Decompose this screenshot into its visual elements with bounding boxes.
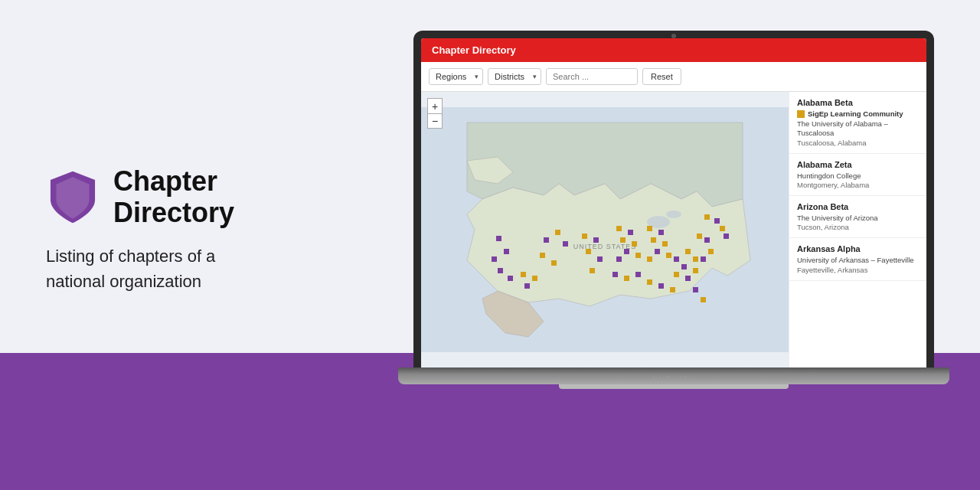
laptop-wrapper: Chapter Directory Regions Districts xyxy=(398,31,949,444)
chapter-school-3: University of Arkansas – Fayetteville xyxy=(797,256,919,265)
chapter-name-3: Arkansas Alpha xyxy=(797,244,919,253)
chapters-sidebar: Alabama Beta SigEp Learning Community Th… xyxy=(789,92,926,368)
chapter-item-3[interactable]: Arkansas Alpha University of Arkansas – … xyxy=(789,238,926,280)
svg-rect-32 xyxy=(662,241,668,247)
subtitle-text: Listing of chapters of a national organi… xyxy=(46,243,260,294)
svg-rect-17 xyxy=(582,234,587,239)
svg-rect-57 xyxy=(658,283,664,289)
svg-rect-26 xyxy=(624,249,629,254)
svg-rect-11 xyxy=(524,283,530,289)
macbook-label: MacBookPro xyxy=(652,374,695,381)
svg-rect-42 xyxy=(681,264,687,270)
laptop-screen-inner: Chapter Directory Regions Districts xyxy=(421,38,926,368)
svg-point-2 xyxy=(666,211,681,218)
svg-rect-39 xyxy=(674,256,679,262)
districts-select[interactable]: Districts xyxy=(488,68,541,85)
svg-rect-12 xyxy=(544,237,549,243)
map-svg: UNITED STATES xyxy=(421,92,789,368)
svg-rect-31 xyxy=(651,237,656,243)
svg-rect-16 xyxy=(551,260,557,266)
chapter-school-2: The University of Arizona xyxy=(797,214,919,223)
chapter-name-2: Arizona Beta xyxy=(797,202,919,211)
chapter-name-1: Alabama Zeta xyxy=(797,160,919,169)
svg-rect-35 xyxy=(647,256,652,262)
svg-rect-25 xyxy=(632,241,637,247)
chapter-location-1: Montgomery, Alabama xyxy=(797,181,919,189)
chapter-item-2[interactable]: Arizona Beta The University of Arizona T… xyxy=(789,196,926,238)
chapter-badge-0: SigEp Learning Community xyxy=(797,109,919,118)
main-title: Chapter Directory xyxy=(113,165,234,229)
svg-rect-44 xyxy=(674,272,679,277)
app-header: Chapter Directory xyxy=(421,38,926,62)
map-area: + − xyxy=(421,92,789,368)
svg-rect-34 xyxy=(666,253,671,258)
zoom-out-button[interactable]: − xyxy=(427,113,443,129)
app-header-title: Chapter Directory xyxy=(432,44,516,56)
app-body: + − xyxy=(421,92,926,368)
svg-rect-8 xyxy=(508,276,513,281)
svg-rect-46 xyxy=(697,234,702,239)
svg-rect-9 xyxy=(521,272,526,277)
svg-rect-21 xyxy=(590,268,595,273)
svg-rect-19 xyxy=(586,249,591,254)
regions-select[interactable]: Regions xyxy=(429,68,483,85)
app-title-block: Chapter Directory xyxy=(113,165,234,229)
svg-rect-13 xyxy=(540,253,545,258)
chapter-item-0[interactable]: Alabama Beta SigEp Learning Community Th… xyxy=(789,92,926,154)
svg-rect-30 xyxy=(658,230,664,235)
svg-rect-43 xyxy=(693,268,698,273)
svg-rect-22 xyxy=(616,226,622,231)
badge-text-0: SigEp Learning Community xyxy=(808,109,903,118)
svg-rect-58 xyxy=(670,287,675,292)
svg-rect-33 xyxy=(655,249,660,254)
app-container: Chapter Directory Regions Districts xyxy=(421,38,926,368)
svg-rect-18 xyxy=(593,237,599,243)
zoom-in-button[interactable]: + xyxy=(427,98,443,113)
regions-select-wrapper[interactable]: Regions xyxy=(429,68,483,85)
svg-rect-37 xyxy=(624,276,629,281)
svg-rect-48 xyxy=(708,249,714,254)
svg-rect-38 xyxy=(635,272,641,277)
left-panel: Chapter Directory Listing of chapters of… xyxy=(46,165,260,295)
chapter-location-0: Tuscaloosa, Alabama xyxy=(797,139,919,147)
shield-icon xyxy=(46,168,100,226)
badge-dot-0 xyxy=(797,110,805,118)
svg-rect-51 xyxy=(714,218,720,224)
svg-rect-41 xyxy=(693,256,698,262)
app-toolbar: Regions Districts Reset xyxy=(421,62,926,92)
chapter-school-0: The University of Alabama – Tuscaloosa xyxy=(797,119,919,139)
svg-rect-23 xyxy=(628,230,633,235)
svg-rect-55 xyxy=(701,297,706,302)
svg-rect-36 xyxy=(612,272,618,277)
svg-rect-20 xyxy=(597,256,603,262)
laptop-screen-outer: Chapter Directory Regions Districts xyxy=(413,31,934,368)
svg-rect-49 xyxy=(701,256,706,262)
svg-rect-7 xyxy=(498,268,503,273)
districts-select-wrapper[interactable]: Districts xyxy=(488,68,541,85)
svg-rect-24 xyxy=(620,237,626,243)
svg-rect-56 xyxy=(647,279,652,285)
svg-rect-4 xyxy=(496,236,501,241)
chapter-location-2: Tucson, Arizona xyxy=(797,223,919,231)
svg-rect-54 xyxy=(693,287,698,292)
chapter-name-0: Alabama Beta xyxy=(797,98,919,107)
chapter-item-1[interactable]: Alabama Zeta Huntingdon College Montgome… xyxy=(789,154,926,196)
map-zoom-controls: + − xyxy=(427,98,443,129)
svg-rect-5 xyxy=(504,249,509,254)
chapter-location-3: Fayetteville, Arkansas xyxy=(797,266,919,274)
reset-button[interactable]: Reset xyxy=(642,68,681,85)
svg-rect-10 xyxy=(532,276,537,281)
svg-rect-50 xyxy=(704,214,710,220)
svg-rect-40 xyxy=(685,249,691,254)
svg-rect-28 xyxy=(616,256,622,262)
logo-row: Chapter Directory xyxy=(46,165,234,229)
page-wrapper: Chapter Directory Listing of chapters of… xyxy=(0,0,980,490)
search-input[interactable] xyxy=(546,68,638,85)
svg-rect-45 xyxy=(685,276,691,281)
svg-rect-52 xyxy=(720,226,725,231)
chapter-school-1: Huntingdon College xyxy=(797,172,919,181)
svg-rect-15 xyxy=(563,241,568,247)
svg-rect-29 xyxy=(647,226,652,231)
svg-rect-47 xyxy=(704,237,710,243)
svg-rect-27 xyxy=(635,253,641,258)
